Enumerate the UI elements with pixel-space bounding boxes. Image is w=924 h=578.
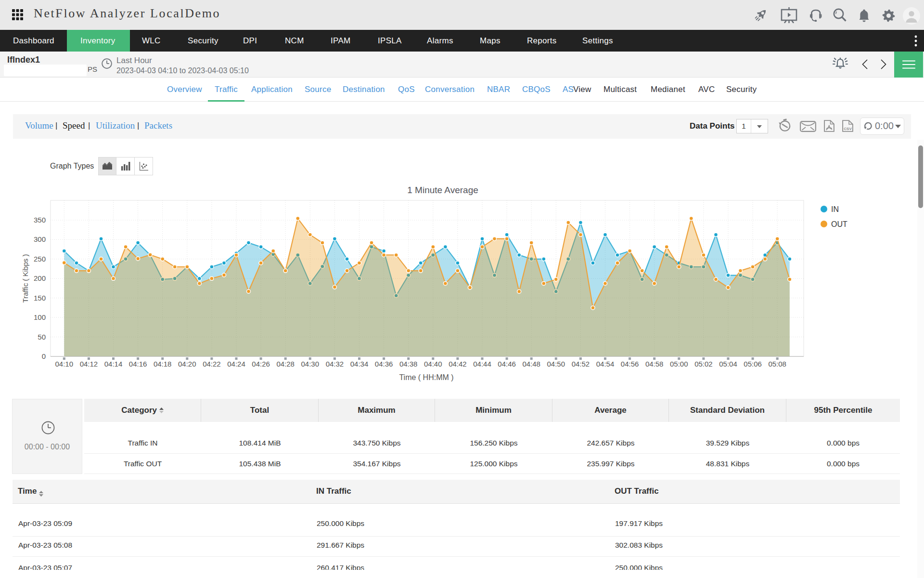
svg-text:0: 0 [42,352,46,360]
svg-text:04:10: 04:10 [55,360,74,368]
svg-text:04:12: 04:12 [80,360,98,368]
svg-text:300: 300 [34,235,46,243]
svg-text:04:50: 04:50 [547,360,565,368]
svg-text:100: 100 [34,313,46,321]
svg-text:Traffic ( Kibps ): Traffic ( Kibps ) [21,254,29,303]
svg-text:200: 200 [34,274,46,282]
svg-text:04:54: 04:54 [596,360,615,368]
svg-text:04:20: 04:20 [178,360,196,368]
svg-text:04:58: 04:58 [645,360,664,368]
svg-text:04:46: 04:46 [498,360,516,368]
svg-text:50: 50 [38,333,46,341]
svg-text:04:30: 04:30 [301,360,320,368]
svg-text:05:00: 05:00 [670,360,688,368]
svg-text:04:26: 04:26 [252,360,270,368]
svg-text:04:16: 04:16 [129,360,147,368]
svg-text:OUT: OUT [831,220,847,228]
svg-text:04:18: 04:18 [154,360,172,368]
svg-text:04:48: 04:48 [522,360,540,368]
svg-text:04:38: 04:38 [399,360,418,368]
svg-text:350: 350 [34,216,46,224]
svg-text:05:04: 05:04 [719,360,737,368]
svg-text:1 Minute Average: 1 Minute Average [407,185,478,195]
svg-text:04:14: 04:14 [104,360,123,368]
svg-text:05:02: 05:02 [694,360,713,368]
svg-text:04:22: 04:22 [203,360,221,368]
svg-text:250: 250 [34,255,46,263]
svg-text:04:40: 04:40 [424,360,442,368]
svg-text:04:28: 04:28 [276,360,295,368]
svg-text:Time ( HH:MM ): Time ( HH:MM ) [399,373,453,381]
svg-text:04:32: 04:32 [326,360,344,368]
svg-text:150: 150 [34,294,46,302]
svg-text:04:34: 04:34 [350,360,369,368]
svg-text:CSV: CSV [844,127,852,131]
svg-text:05:06: 05:06 [744,360,762,368]
svg-text:04:56: 04:56 [621,360,639,368]
svg-text:IN: IN [831,205,839,213]
svg-text:04:52: 04:52 [572,360,590,368]
svg-text:05:08: 05:08 [768,360,786,368]
svg-text:04:44: 04:44 [473,360,491,368]
svg-text:04:42: 04:42 [449,360,467,368]
svg-text:04:36: 04:36 [375,360,393,368]
svg-text:04:24: 04:24 [227,360,245,368]
